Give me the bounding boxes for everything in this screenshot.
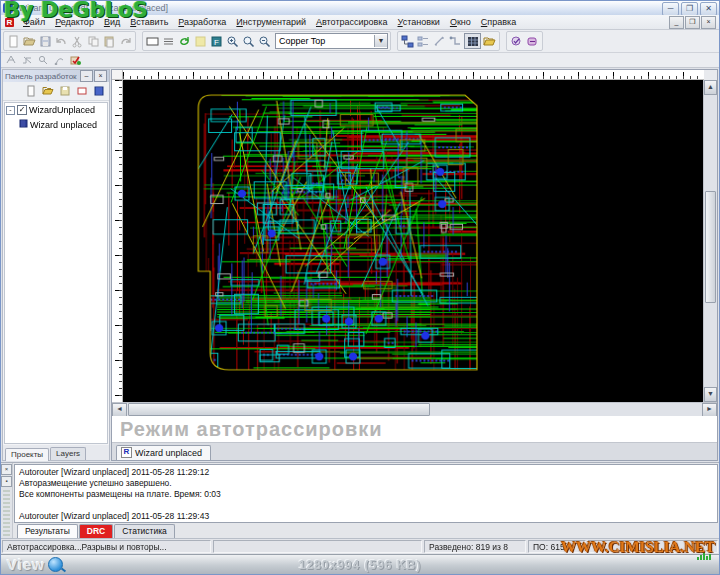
refresh-icon[interactable]	[177, 34, 192, 48]
tab-drc[interactable]: DRC	[79, 524, 113, 538]
copy-icon[interactable]	[86, 34, 101, 48]
status-routed: Разведено: 819 из 8	[424, 540, 526, 553]
dev-panel-header: Панель разработок – ×	[3, 70, 109, 82]
vertical-ruler	[112, 80, 123, 402]
chip-icon	[19, 119, 28, 130]
log-tabs: Результаты DRC Статистика	[13, 523, 719, 538]
flip-board-icon[interactable]: F	[209, 34, 224, 48]
main-toolbar: F Copper Top ▼	[1, 30, 719, 53]
mode-bar: Режим автотрассировки	[112, 416, 717, 442]
view-zoom-group: F Copper Top ▼	[142, 31, 391, 51]
drc-check-icon[interactable]	[509, 34, 524, 48]
log-panel: × ▪ Autorouter [Wizard unplaced] 2011-05…	[1, 462, 719, 538]
route-setup-icon[interactable]	[448, 34, 463, 48]
tab-statistics[interactable]: Статистика	[114, 524, 175, 538]
tree-child-row[interactable]: Wizard unplaced	[5, 117, 107, 132]
tab-results[interactable]: Результаты	[17, 524, 78, 538]
log-entry: Autorouter [Wizard unplaced] 2011-05-28 …	[19, 511, 713, 523]
add-chip-icon[interactable]	[91, 84, 106, 98]
zoom-out-icon[interactable]	[257, 34, 272, 48]
erc-check-icon[interactable]	[525, 34, 540, 48]
chevron-down-icon[interactable]: ▼	[374, 35, 387, 47]
zoom-window-icon[interactable]	[241, 34, 256, 48]
highlight-layer-icon[interactable]	[193, 34, 208, 48]
fanout-icon[interactable]	[53, 55, 66, 66]
vertical-scroll-thumb[interactable]	[705, 191, 716, 303]
minimize-icon[interactable]: ─	[662, 2, 679, 16]
new-project-icon[interactable]	[23, 84, 38, 98]
cut-icon[interactable]	[70, 34, 85, 48]
add-board-icon[interactable]	[74, 84, 89, 98]
tree-root-row[interactable]: - ✓ WizardUnplaced	[5, 103, 107, 117]
run-autoroute-icon[interactable]	[69, 55, 82, 66]
restore-icon[interactable]: ❐	[681, 2, 698, 16]
file-edit-group	[3, 31, 136, 51]
horizontal-scrollbar[interactable]: ◄ ►	[112, 402, 717, 416]
measure-icon[interactable]	[432, 34, 447, 48]
child-restore-icon[interactable]: ❐	[685, 16, 700, 29]
layer-combobox[interactable]: Copper Top ▼	[275, 33, 388, 49]
route-manual-icon[interactable]	[21, 55, 34, 66]
open-file-icon[interactable]	[22, 34, 37, 48]
menu-item-settings[interactable]: Установки	[393, 16, 445, 28]
horizontal-scroll-thumb[interactable]	[128, 403, 430, 416]
new-file-icon[interactable]	[6, 34, 21, 48]
menu-item-window[interactable]: Окно	[445, 16, 476, 28]
status-spacer	[213, 540, 422, 553]
paste-icon[interactable]	[102, 34, 117, 48]
tab-layers[interactable]: Layers	[50, 447, 86, 460]
tree-root-label: WizardUnplaced	[29, 105, 95, 115]
menu-item-help[interactable]: Справка	[476, 16, 521, 28]
zoom-in-icon[interactable]	[225, 34, 240, 48]
viewer-bar: View 1280x994 (596 KB)	[1, 554, 719, 574]
net-classes-icon[interactable]	[416, 34, 431, 48]
log-output[interactable]: Autorouter [Wizard unplaced] 2011-05-28 …	[14, 464, 718, 523]
structure-group	[397, 31, 500, 51]
layer-lines-icon[interactable]	[161, 34, 176, 48]
scroll-left-icon[interactable]: ◄	[112, 403, 127, 417]
menu-item-autorouting[interactable]: Автотрассировка	[311, 16, 393, 28]
log-entry-line: Авторазмещение успешно завершено.	[19, 478, 713, 489]
log-entry-header: Autorouter [Wizard unplaced] 2011-05-28 …	[19, 511, 713, 522]
child-close-icon[interactable]: ×	[701, 16, 716, 29]
checkbox-checked-icon[interactable]: ✓	[17, 105, 27, 115]
vertical-scrollbar[interactable]: ▲ ▼	[703, 80, 717, 402]
open-folder-icon[interactable]	[40, 84, 55, 98]
collapse-icon[interactable]: -	[6, 106, 15, 115]
panel-minimize-icon[interactable]: –	[80, 70, 93, 82]
log-close-icon[interactable]: ×	[1, 464, 12, 475]
selection-rect-icon[interactable]	[145, 34, 160, 48]
log-entry: Autorouter [Wizard unplaced] 2011-05-28 …	[19, 467, 713, 500]
log-pin-icon[interactable]: ▪	[1, 476, 12, 487]
open-project-icon[interactable]	[482, 34, 497, 48]
save-project-icon[interactable]	[57, 84, 72, 98]
document-tab-wizard[interactable]: R Wizard unplaced	[116, 445, 211, 460]
pcb-doc-icon: R	[121, 447, 132, 458]
grid-table-icon[interactable]	[464, 33, 481, 49]
tab-projects[interactable]: Проекты	[5, 448, 49, 461]
tree-child-label: Wizard unplaced	[30, 120, 97, 130]
close-icon[interactable]: ✕	[700, 2, 717, 16]
menu-item-tools[interactable]: Инструментарий	[231, 16, 311, 28]
save-file-icon[interactable]	[38, 34, 53, 48]
panel-close-icon[interactable]: ×	[94, 70, 107, 82]
log-side-strip: × ▪	[1, 463, 13, 538]
pcb-canvas[interactable]	[123, 80, 703, 402]
redo-icon[interactable]	[118, 34, 133, 48]
child-minimize-icon[interactable]: _	[669, 16, 684, 29]
place-component-icon[interactable]	[5, 55, 18, 66]
undo-icon[interactable]	[54, 34, 69, 48]
horizontal-ruler	[123, 70, 704, 80]
dev-panel-title: Панель разработок	[5, 72, 77, 81]
scroll-up-icon[interactable]: ▲	[704, 80, 717, 95]
main-area: Панель разработок – × - ✓ WizardUnplaced	[1, 68, 719, 462]
svg-text:F: F	[214, 38, 219, 47]
scroll-down-icon[interactable]: ▼	[704, 387, 717, 402]
dev-panel-tabs: Проекты Layers	[3, 445, 109, 460]
zoom-small-icon[interactable]	[37, 55, 50, 66]
graffiti-watermark: By DeGbLoS	[4, 0, 148, 23]
menu-item-development[interactable]: Разработка	[173, 16, 231, 28]
document-tabs: R Wizard unplaced	[112, 442, 717, 460]
scroll-right-icon[interactable]: ►	[702, 403, 717, 417]
hierarchy-icon[interactable]	[400, 34, 415, 48]
